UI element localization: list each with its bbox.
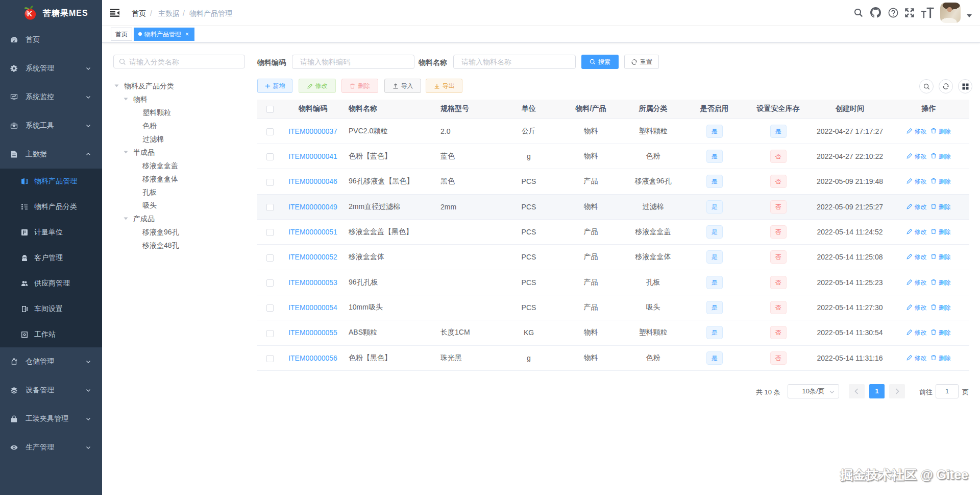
svg-text:K: K — [27, 10, 32, 18]
